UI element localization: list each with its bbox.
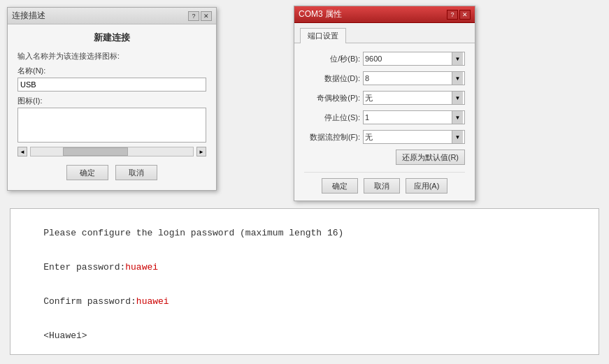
terminal-confirm-prefix: Confirm password: [43,296,136,307]
com3-flow-label: 数据流控制(F): [304,132,360,143]
conn-scrollbar-track[interactable] [30,147,194,156]
com3-baud-select[interactable]: 9600 ▼ [363,52,465,66]
com3-dialog: COM3 属性 ? ✕ 端口设置 位/秒(B): 9600 ▼ 数据位(D): … [294,6,475,201]
conn-icon-label: 图标(I): [17,96,206,106]
conn-dialog-body: 新建连接 输入名称并为该连接选择图标: 名称(N): 图标(I): ◄ ► 确定… [8,24,216,190]
conn-scroll-right-button[interactable]: ► [196,147,206,156]
terminal-enter-value: huawei [125,262,158,272]
conn-scrollbar-row: ◄ ► [17,147,206,156]
conn-buttons: 确定 取消 [17,165,206,180]
conn-desc: 输入名称并为该连接选择图标: [17,51,206,61]
com3-restore-button[interactable]: 还原为默认值(R) [396,150,465,165]
com3-flow-row: 数据流控制(F): 无 ▼ [304,130,465,144]
conn-dialog-title: 连接描述 [12,10,45,22]
com3-baud-value: 9600 [365,54,382,63]
com3-stop-label: 停止位(S): [304,112,360,123]
connection-dialog: 连接描述 ? ✕ 新建连接 输入名称并为该连接选择图标: 名称(N): 图标(I… [7,7,217,191]
com3-stop-arrow: ▼ [452,111,463,124]
conn-ok-button[interactable]: 确定 [66,165,108,180]
conn-name-input[interactable] [17,78,206,92]
conn-name-label: 名称(N): [17,66,206,76]
conn-dialog-titlebar: 连接描述 ? ✕ [8,8,216,24]
conn-cancel-button[interactable]: 取消 [115,165,157,180]
conn-scrollbar-thumb [63,147,128,156]
com3-data-select[interactable]: 8 ▼ [363,71,465,85]
com3-dialog-title: COM3 属性 [299,8,342,20]
com3-stop-value: 1 [365,113,369,122]
com3-parity-value: 无 [365,93,373,103]
conn-close-button[interactable]: ✕ [201,11,212,21]
com3-data-value: 8 [365,74,369,82]
conn-dialog-controls: ? ✕ [188,11,212,21]
com3-flow-value: 无 [365,132,373,143]
com3-dialog-controls: ? ✕ [447,10,471,20]
com3-ok-button[interactable]: 确定 [322,178,358,194]
com3-stop-row: 停止位(S): 1 ▼ [304,110,465,124]
com3-restore-row: 还原为默认值(R) [304,150,465,165]
terminal-line-1: Please configure the login password (max… [22,217,587,249]
com3-data-label: 数据位(D): [304,73,360,84]
com3-stop-select[interactable]: 1 ▼ [363,110,465,124]
conn-section-title: 新建连接 [17,31,206,44]
com3-cancel-button[interactable]: 取消 [364,178,400,194]
com3-data-arrow: ▼ [452,72,463,85]
com3-bottom-buttons: 确定 取消 应用(A) [304,172,465,194]
com3-flow-arrow: ▼ [452,131,463,143]
com3-flow-select[interactable]: 无 ▼ [363,130,465,144]
terminal-line-4: <Huawei> [22,320,587,351]
com3-apply-button[interactable]: 应用(A) [406,178,447,194]
com3-close-button[interactable]: ✕ [459,10,471,20]
terminal-line-2: Enter password:huawei [22,252,587,283]
com3-body: 位/秒(B): 9600 ▼ 数据位(D): 8 ▼ 奇偶校验(P): 无 ▼ … [294,43,475,201]
conn-icon-box [17,108,206,143]
terminal-enter-prefix: Enter password: [43,262,125,272]
com3-data-row: 数据位(D): 8 ▼ [304,71,465,85]
com3-tabs: 端口设置 [294,23,475,43]
conn-scroll-left-button[interactable]: ◄ [17,147,27,156]
com3-dialog-titlebar: COM3 属性 ? ✕ [294,6,475,23]
terminal-area: Please configure the login password (max… [10,208,599,355]
com3-parity-select[interactable]: 无 ▼ [363,91,465,105]
com3-baud-arrow: ▼ [452,52,463,65]
com3-parity-row: 奇偶校验(P): 无 ▼ [304,91,465,105]
com3-baud-row: 位/秒(B): 9600 ▼ [304,52,465,66]
com3-parity-arrow: ▼ [452,92,463,104]
com3-baud-label: 位/秒(B): [304,54,360,64]
com3-help-button[interactable]: ? [447,10,458,20]
terminal-confirm-value: huawei [136,296,169,307]
com3-parity-label: 奇偶校验(P): [304,93,360,103]
terminal-line-3: Confirm password:huawei [22,286,587,317]
conn-help-button[interactable]: ? [188,11,199,21]
com3-tab-port[interactable]: 端口设置 [300,28,346,43]
